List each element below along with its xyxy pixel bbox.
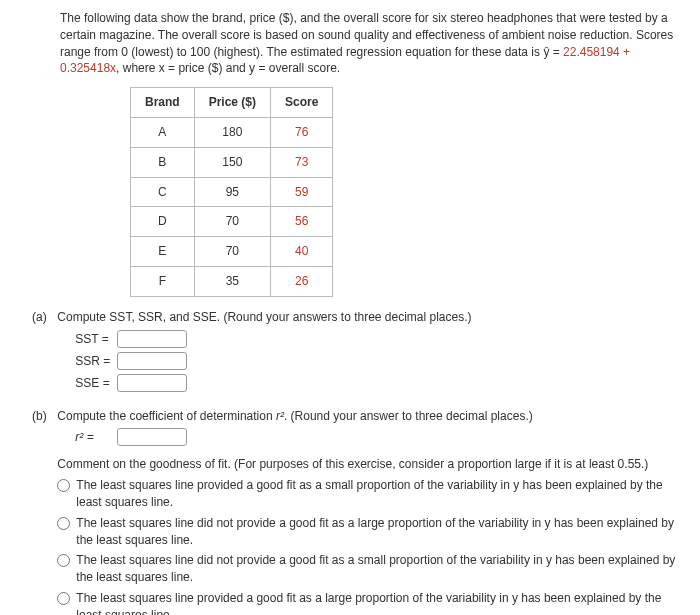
cell-price: 95: [194, 177, 270, 207]
goodness-comment-prompt: Comment on the goodness of fit. (For pur…: [57, 456, 677, 473]
cell-price: 180: [194, 117, 270, 147]
part-b-prompt: Compute the coefficient of determination…: [57, 408, 677, 425]
ssr-input[interactable]: [117, 352, 187, 370]
col-header-price: Price ($): [194, 88, 270, 118]
table-row: D 70 56: [131, 207, 333, 237]
cell-brand: B: [131, 147, 195, 177]
cell-score: 73: [271, 147, 333, 177]
sst-input[interactable]: [117, 330, 187, 348]
r2-label: r² =: [75, 429, 113, 446]
table-row: C 95 59: [131, 177, 333, 207]
goodness-choices: The least squares line provided a good f…: [57, 477, 677, 615]
choice-1-text: The least squares line provided a good f…: [76, 477, 677, 511]
cell-brand: A: [131, 117, 195, 147]
choice-4-radio[interactable]: [57, 592, 70, 605]
choice-3-radio[interactable]: [57, 554, 70, 567]
cell-brand: E: [131, 237, 195, 267]
r2-symbol: r²: [276, 409, 284, 423]
cell-score: 56: [271, 207, 333, 237]
cell-brand: C: [131, 177, 195, 207]
col-header-brand: Brand: [131, 88, 195, 118]
cell-price: 150: [194, 147, 270, 177]
choice-3[interactable]: The least squares line did not provide a…: [57, 552, 677, 586]
choice-4-text: The least squares line provided a good f…: [76, 590, 677, 615]
part-b-prompt-pre: Compute the coefficient of determination: [57, 409, 276, 423]
choice-3-text: The least squares line did not provide a…: [76, 552, 677, 586]
cell-score: 26: [271, 266, 333, 296]
cell-score: 76: [271, 117, 333, 147]
choice-4[interactable]: The least squares line provided a good f…: [57, 590, 677, 615]
cell-brand: F: [131, 266, 195, 296]
choice-2[interactable]: The least squares line did not provide a…: [57, 515, 677, 549]
table-row: B 150 73: [131, 147, 333, 177]
problem-intro: The following data show the brand, price…: [60, 10, 682, 77]
cell-brand: D: [131, 207, 195, 237]
eq-prefix: ŷ =: [543, 45, 563, 59]
choice-1-radio[interactable]: [57, 479, 70, 492]
part-a-prompt: Compute SST, SSR, and SSE. (Round your a…: [57, 310, 471, 324]
table-row: E 70 40: [131, 237, 333, 267]
r2-input[interactable]: [117, 428, 187, 446]
cell-score: 40: [271, 237, 333, 267]
data-table: Brand Price ($) Score A 180 76 B 150 73 …: [130, 87, 333, 297]
intro-tail: , where x = price ($) and y = overall sc…: [116, 61, 340, 75]
sse-label: SSE =: [75, 375, 113, 392]
table-row: A 180 76: [131, 117, 333, 147]
choice-2-text: The least squares line did not provide a…: [76, 515, 677, 549]
sst-label: SST =: [75, 331, 113, 348]
cell-price: 70: [194, 207, 270, 237]
col-header-score: Score: [271, 88, 333, 118]
table-row: F 35 26: [131, 266, 333, 296]
cell-score: 59: [271, 177, 333, 207]
ssr-label: SSR =: [75, 353, 113, 370]
cell-price: 35: [194, 266, 270, 296]
choice-1[interactable]: The least squares line provided a good f…: [57, 477, 677, 511]
part-b-prompt-post: . (Round your answer to three decimal pl…: [284, 409, 533, 423]
part-b: (b) Compute the coefficient of determina…: [60, 408, 682, 615]
part-a-label: (a): [32, 309, 54, 326]
cell-price: 70: [194, 237, 270, 267]
part-b-label: (b): [32, 408, 54, 425]
choice-2-radio[interactable]: [57, 517, 70, 530]
part-a: (a) Compute SST, SSR, and SSE. (Round yo…: [60, 309, 682, 396]
sse-input[interactable]: [117, 374, 187, 392]
